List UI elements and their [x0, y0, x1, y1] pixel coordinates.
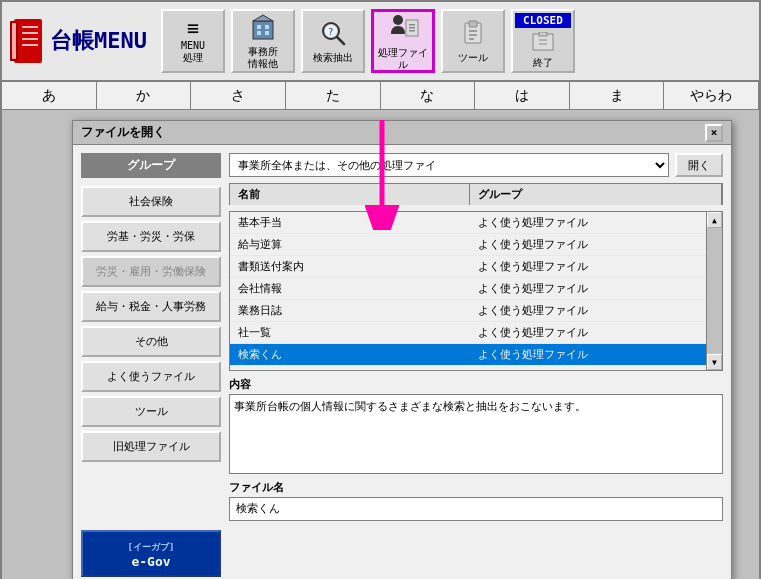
scroll-up-button[interactable]: ▲: [707, 212, 722, 228]
logo-area: 台帳MENU: [10, 19, 147, 63]
svg-rect-19: [409, 24, 415, 26]
sidebar-kyu[interactable]: 旧処理ファイル: [81, 431, 221, 462]
file-row[interactable]: 社一覧 よく使う処理ファイル: [230, 322, 706, 344]
sidebar-sonota[interactable]: その他: [81, 326, 221, 357]
file-row-selected[interactable]: 検索くん よく使う処理ファイル: [230, 344, 706, 366]
svg-rect-11: [265, 31, 269, 35]
egov-button[interactable]: [イーガブ] e-Gov: [81, 530, 221, 577]
person-file-icon: [387, 12, 419, 42]
file-list-scrollbar[interactable]: ▲ ▼: [706, 212, 722, 370]
filename-section: ファイル名 検索くん: [229, 480, 723, 521]
nav-item-ka[interactable]: か: [97, 82, 192, 109]
svg-rect-0: [14, 19, 42, 63]
dialog-body: グループ 社会保険 労基・労災・労保 労災・雇用・労働保険 給与・税金・人事労務…: [73, 145, 731, 579]
building-icon: [249, 13, 277, 41]
nav-item-a[interactable]: あ: [2, 82, 97, 109]
svg-rect-20: [409, 27, 415, 29]
svg-rect-8: [257, 25, 261, 29]
app-title: 台帳MENU: [50, 26, 147, 56]
sidebar-tools[interactable]: ツール: [81, 396, 221, 427]
svg-line-16: [337, 37, 344, 44]
filename-label: ファイル名: [229, 480, 723, 495]
nav-item-ma[interactable]: ま: [570, 82, 665, 109]
dialog-close-button[interactable]: ×: [705, 124, 723, 142]
svg-marker-12: [253, 15, 273, 21]
svg-point-17: [393, 15, 403, 25]
svg-rect-28: [539, 32, 547, 36]
col-header-name: 名前: [230, 184, 470, 205]
dialog-main: 事業所全体または、その他の処理ファイ 開く 名前 グループ 基本手当: [229, 153, 723, 577]
file-table-header: 名前 グループ: [229, 183, 723, 205]
content-label: 内容: [229, 377, 723, 392]
exit-icon: [529, 32, 557, 52]
file-row[interactable]: 事務処合処理 よく使う処理ファイル: [230, 366, 706, 370]
file-row[interactable]: 書類送付案内 よく使う処理ファイル: [230, 256, 706, 278]
sidebar-rodo[interactable]: 労基・労災・労保: [81, 221, 221, 252]
nav-item-na[interactable]: な: [381, 82, 476, 109]
scroll-track: [707, 228, 722, 354]
filename-box: 検索くん: [229, 497, 723, 521]
file-category-dropdown[interactable]: 事業所全体または、その他の処理ファイ: [229, 153, 669, 177]
dropdown-row: 事業所全体または、その他の処理ファイ 開く: [229, 153, 723, 177]
content-section: 内容 事業所台帳の個人情報に関するさまざまな検索と抽出をおこないます。: [229, 377, 723, 474]
menu-button[interactable]: ≡ MENU処理: [161, 9, 225, 73]
col-header-group: グループ: [470, 184, 722, 205]
svg-rect-7: [253, 21, 273, 39]
egov-label: e-Gov: [131, 554, 170, 569]
content-text: 事業所台帳の個人情報に関するさまざまな検索と抽出をおこないます。: [234, 400, 586, 413]
nav-item-ha[interactable]: は: [475, 82, 570, 109]
file-row[interactable]: 会社情報 よく使う処理ファイル: [230, 278, 706, 300]
scroll-down-button[interactable]: ▼: [707, 354, 722, 370]
toolbar: 台帳MENU ≡ MENU処理 事務所情報他: [2, 2, 759, 82]
search-icon: ?: [319, 19, 347, 47]
svg-rect-2: [12, 23, 16, 59]
sidebar-koyo[interactable]: 労災・雇用・労働保険: [81, 256, 221, 287]
sidebar-yoku[interactable]: よく使うファイル: [81, 361, 221, 392]
logo-book-icon: [10, 19, 46, 63]
tools-button[interactable]: ツール: [441, 9, 505, 73]
open-button[interactable]: 開く: [675, 153, 723, 177]
nav-item-yarawa[interactable]: やらわ: [664, 82, 759, 109]
search-button[interactable]: ? 検索抽出: [301, 9, 365, 73]
content-area: ファイルを開く × グループ 社会保険 労基・労災・労保 労災・雇用・労働保険 …: [2, 110, 759, 579]
file-list-container: 基本手当 よく使う処理ファイル 給与逆算 よく使う処理ファイル 書類送付案内 よ…: [229, 211, 723, 371]
group-header: グループ: [81, 153, 221, 178]
nav-bar: あ か さ た な は ま やらわ: [2, 82, 759, 110]
file-row[interactable]: 給与逆算 よく使う処理ファイル: [230, 234, 706, 256]
closed-label: CLOSED: [515, 13, 571, 28]
file-row[interactable]: 業務日誌 よく使う処理ファイル: [230, 300, 706, 322]
file-row[interactable]: 基本手当 よく使う処理ファイル: [230, 212, 706, 234]
dialog-sidebar: グループ 社会保険 労基・労災・労保 労災・雇用・労働保険 給与・税金・人事労務…: [81, 153, 221, 577]
file-list: 基本手当 よく使う処理ファイル 給与逆算 よく使う処理ファイル 書類送付案内 よ…: [230, 212, 706, 370]
dialog-titlebar: ファイルを開く ×: [73, 121, 731, 145]
nav-item-sa[interactable]: さ: [191, 82, 286, 109]
svg-text:?: ?: [328, 27, 333, 37]
nav-item-ta[interactable]: た: [286, 82, 381, 109]
process-file-button[interactable]: 処理ファイル: [371, 9, 435, 73]
sidebar-kyuyo[interactable]: 給与・税金・人事労務: [81, 291, 221, 322]
svg-rect-21: [409, 30, 415, 32]
main-window: 台帳MENU ≡ MENU処理 事務所情報他: [0, 0, 761, 579]
content-box: 事業所台帳の個人情報に関するさまざまな検索と抽出をおこないます。: [229, 394, 723, 474]
open-file-dialog: ファイルを開く × グループ 社会保険 労基・労災・労保 労災・雇用・労働保険 …: [72, 120, 732, 579]
dialog-title: ファイルを開く: [81, 124, 165, 141]
jimusho-button[interactable]: 事務所情報他: [231, 9, 295, 73]
svg-rect-23: [469, 21, 477, 27]
filename-value: 検索くん: [236, 502, 280, 515]
tools-icon: [459, 19, 487, 47]
closed-button[interactable]: CLOSED 終了: [511, 9, 575, 73]
svg-rect-10: [257, 31, 261, 35]
svg-rect-9: [265, 25, 269, 29]
sidebar-shakai[interactable]: 社会保険: [81, 186, 221, 217]
end-label: 終了: [533, 57, 553, 69]
